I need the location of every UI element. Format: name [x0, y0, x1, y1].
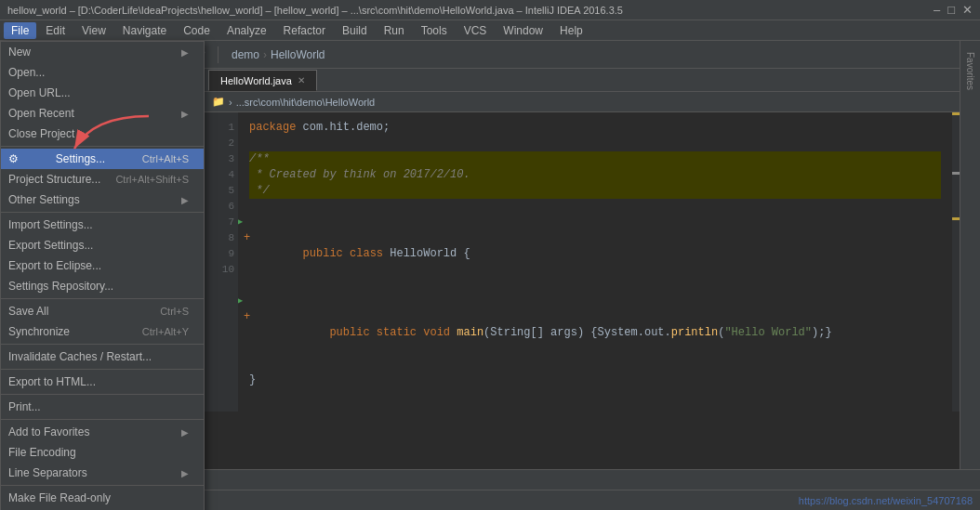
nav-bar: 📁 › ...src\com\hit\demo\HelloWorld — [205, 92, 960, 112]
menu-item-file-encoding[interactable]: File Encoding — [1, 442, 204, 463]
menu-item-settings[interactable]: ⚙ Settings... Ctrl+Alt+S — [1, 149, 204, 169]
line-num-10: 10 — [208, 262, 234, 278]
menu-item-file-encoding-label: File Encoding — [8, 446, 76, 459]
code-editor[interactable]: 1 2 3 4 5 6 7 8 9 10 package com.hit.dem… — [205, 112, 960, 412]
menu-item-project-structure-label: Project Structure... — [8, 173, 100, 186]
window-controls[interactable]: – □ ✕ — [934, 3, 973, 17]
toolbar-breadcrumb-class[interactable]: HelloWorld — [271, 48, 324, 61]
menu-item-other-settings[interactable]: Other Settings ▶ — [1, 190, 204, 210]
tab-helloworld[interactable]: HelloWorld.java ✕ — [208, 70, 317, 91]
code-line-5: */ — [249, 183, 941, 199]
other-settings-submenu-arrow: ▶ — [181, 195, 189, 205]
window-title: hellow_world – [D:\CoderLife\IdeaProject… — [7, 5, 623, 16]
close-button[interactable]: ✕ — [962, 3, 973, 17]
menu-item-invalidate-label: Invalidate Caches / Restart... — [8, 350, 152, 363]
code-content[interactable]: package com.hit.demo; /** * Created by t… — [238, 112, 952, 412]
title-bar: hellow_world – [D:\CoderLife\IdeaProject… — [0, 0, 980, 20]
menu-item-open-url[interactable]: Open URL... — [1, 83, 204, 103]
minimize-button[interactable]: – — [934, 3, 940, 17]
menu-item-new[interactable]: New ▶ — [1, 42, 204, 62]
menu-item-close-project[interactable]: Close Project — [1, 124, 204, 144]
menu-analyze[interactable]: Analyze — [219, 22, 274, 39]
new-submenu-arrow: ▶ — [181, 47, 189, 58]
menu-item-invalidate[interactable]: Invalidate Caches / Restart... — [1, 347, 204, 367]
menu-build[interactable]: Build — [335, 22, 375, 39]
menu-item-export-settings[interactable]: Export Settings... — [1, 235, 204, 255]
menu-run[interactable]: Run — [377, 22, 412, 39]
line-num-3: 3 — [208, 151, 234, 167]
code-line-8 — [249, 357, 941, 373]
nav-breadcrumb-part1[interactable]: ...src\com\hit\demo\HelloWorld — [236, 97, 376, 108]
code-line-10 — [249, 388, 941, 404]
menu-item-synchronize-label: Synchronize — [8, 325, 70, 338]
menu-item-synchronize[interactable]: Synchronize Ctrl+Alt+Y — [1, 321, 204, 342]
menu-item-export-html[interactable]: Export to HTML... — [1, 372, 204, 392]
menu-item-new-label: New — [8, 46, 31, 59]
sep-2 — [1, 212, 204, 213]
toolbar-breadcrumb: demo › HelloWorld — [232, 48, 325, 61]
code-line-1: package com.hit.demo; — [249, 120, 941, 136]
menu-vcs[interactable]: VCS — [457, 22, 495, 39]
nav-project-icon: 📁 — [212, 96, 225, 108]
maximize-button[interactable]: □ — [947, 3, 955, 17]
menu-tools[interactable]: Tools — [414, 22, 455, 39]
menu-view[interactable]: View — [74, 22, 113, 39]
menu-bar: File Edit View Navigate Code Analyze Ref… — [0, 20, 980, 41]
menu-item-make-readonly[interactable]: Make File Read-only — [1, 488, 204, 508]
menu-item-print-label: Print... — [8, 400, 41, 413]
code-line-3: /** — [249, 151, 941, 167]
menu-item-open-recent-label: Open Recent — [8, 107, 74, 120]
line-sep-submenu-arrow: ▶ — [181, 468, 189, 478]
menu-file[interactable]: File — [4, 22, 36, 39]
menu-item-save-all[interactable]: Save All Ctrl+S — [1, 301, 204, 321]
sep-1 — [1, 146, 204, 147]
toolbar-breadcrumb-demo[interactable]: demo — [232, 48, 259, 61]
code-line-2 — [249, 136, 941, 151]
menu-item-project-structure[interactable]: Project Structure... Ctrl+Alt+Shift+S — [1, 169, 204, 190]
menu-item-close-project-label: Close Project — [8, 127, 74, 140]
tab-helloworld-close[interactable]: ✕ — [298, 75, 305, 85]
sep-8 — [1, 485, 204, 486]
menu-item-open[interactable]: Open... — [1, 62, 204, 83]
sep-3 — [1, 298, 204, 299]
menu-window[interactable]: Window — [496, 22, 550, 39]
menu-item-settings-repo[interactable]: Settings Repository... — [1, 276, 204, 296]
menu-item-settings-repo-label: Settings Repository... — [8, 280, 113, 293]
indicator-mark-3 — [952, 217, 960, 220]
indicator-mark-1 — [952, 112, 960, 115]
menu-item-export-eclipse[interactable]: Export to Eclipse... — [1, 255, 204, 276]
menu-item-add-favorites-label: Add to Favorites — [8, 425, 89, 438]
menu-item-line-sep-label: Line Separators — [8, 466, 87, 479]
code-line-6: ▶ + public class HelloWorld { — [249, 199, 941, 278]
menu-item-print[interactable]: Print... — [1, 397, 204, 417]
sep-4 — [1, 344, 204, 345]
favorites-item[interactable]: Favorites — [963, 45, 977, 98]
settings-shortcut: Ctrl+Alt+S — [142, 153, 189, 164]
project-structure-shortcut: Ctrl+Alt+Shift+S — [115, 174, 189, 185]
file-menu-dropdown: New ▶ Open... Open URL... Open Recent ▶ … — [0, 41, 205, 510]
status-right: https://blog.csdn.net/weixin_54707168 — [799, 495, 973, 506]
line-num-2: 2 — [208, 136, 234, 151]
menu-navigate[interactable]: Navigate — [115, 22, 174, 39]
menu-help[interactable]: Help — [552, 22, 590, 39]
menu-item-add-favorites[interactable]: Add to Favorites ▶ — [1, 422, 204, 442]
menu-item-export-html-label: Export to HTML... — [8, 375, 96, 388]
favorites-submenu-arrow: ▶ — [181, 427, 189, 438]
line-num-6: 6 — [208, 199, 234, 215]
tabs-bar: HelloWorld.java ✕ — [205, 69, 960, 92]
menu-item-open-recent[interactable]: Open Recent ▶ — [1, 103, 204, 124]
menu-item-make-readonly-label: Make File Read-only — [8, 491, 111, 504]
menu-item-import-settings[interactable]: Import Settings... — [1, 215, 204, 235]
code-line-4: * Created by think on 2017/2/10. — [249, 167, 941, 183]
save-all-shortcut: Ctrl+S — [160, 306, 189, 317]
menu-refactor[interactable]: Refactor — [276, 22, 333, 39]
menu-item-import-settings-label: Import Settings... — [8, 218, 93, 231]
code-line-9: } — [249, 373, 941, 388]
line-num-8: 8 — [208, 230, 234, 246]
open-recent-submenu-arrow: ▶ — [181, 109, 189, 119]
menu-edit[interactable]: Edit — [38, 22, 73, 39]
sep-5 — [1, 369, 204, 370]
menu-code[interactable]: Code — [176, 22, 218, 39]
menu-item-line-sep[interactable]: Line Separators ▶ — [1, 463, 204, 483]
menu-item-export-eclipse-label: Export to Eclipse... — [8, 259, 101, 272]
